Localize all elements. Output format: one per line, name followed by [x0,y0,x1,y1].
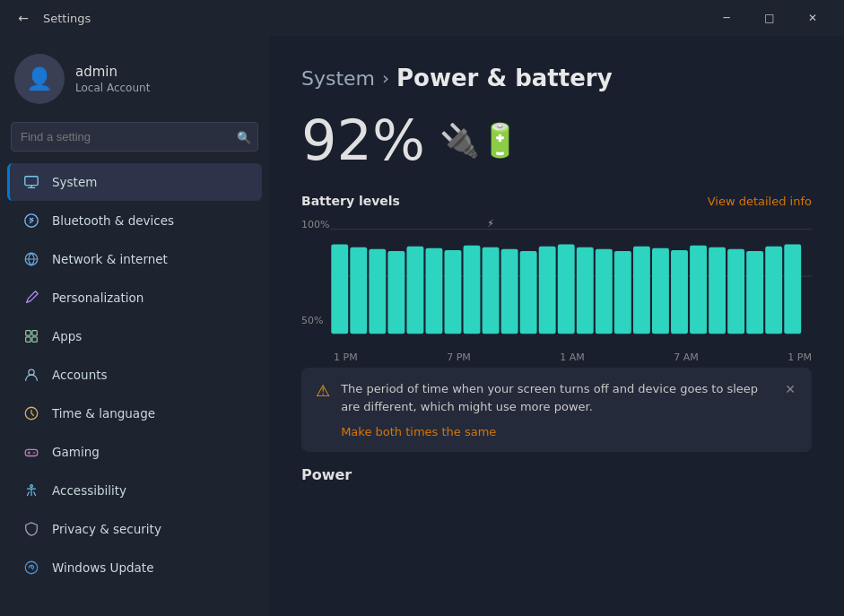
sidebar-item-accessibility[interactable]: Accessibility [7,472,262,509]
svg-rect-25 [520,251,537,334]
battery-icon: 🔌🔋 [439,122,520,160]
x-label: 7 PM [447,351,471,363]
search-icon: 🔍 [237,130,251,143]
breadcrumb-separator: › [382,67,389,89]
sidebar-label-network: Network & internet [52,252,168,266]
back-button[interactable]: ← [11,5,36,30]
svg-rect-18 [387,251,405,334]
sidebar-label-gaming: Gaming [52,445,100,459]
sidebar-item-update[interactable]: Windows Update [7,549,262,586]
close-icon: ✕ [808,12,817,24]
sidebar-label-time: Time & language [52,406,155,421]
titlebar: ← Settings ─ □ ✕ [0,0,844,36]
privacy-icon [22,519,41,539]
svg-rect-21 [445,250,462,334]
warning-link[interactable]: Make both times the same [341,425,496,438]
sidebar-item-accounts[interactable]: Accounts [7,356,262,394]
close-button[interactable]: ✕ [792,4,833,32]
apps-icon [22,326,41,346]
svg-rect-19 [406,247,423,334]
sidebar: 👤 admin Local Account 🔍 System Bluetooth… [0,36,269,616]
svg-rect-37 [746,251,763,334]
sidebar-label-update: Windows Update [52,560,153,575]
svg-rect-22 [464,246,481,334]
chart-header: Battery levels View detailed info [301,194,812,208]
sidebar-item-system[interactable]: System [7,163,262,201]
sidebar-label-accounts: Accounts [52,368,108,382]
warning-close-button[interactable]: ✕ [783,380,797,398]
warning-icon: ⚠ [316,381,330,400]
user-info: admin Local Account [75,64,150,94]
svg-rect-36 [727,249,744,334]
svg-rect-26 [539,247,556,334]
svg-rect-3 [26,331,30,335]
minimize-button[interactable]: ─ [706,4,747,32]
sidebar-item-personalization[interactable]: Personalization [7,279,262,317]
sidebar-item-network[interactable]: Network & internet [7,240,262,278]
svg-rect-27 [558,245,575,334]
sidebar-item-privacy[interactable]: Privacy & security [7,510,262,548]
personalization-icon [22,288,41,308]
sidebar-item-apps[interactable]: Apps [7,317,262,355]
power-section-title: Power [301,466,812,483]
gaming-icon [22,442,41,462]
svg-rect-32 [652,248,669,334]
breadcrumb: System › Power & battery [301,65,812,91]
bluetooth-icon [22,211,41,230]
minimize-icon: ─ [723,12,729,24]
svg-rect-6 [32,337,37,342]
chart-y-labels: 100% 50% [301,219,329,326]
system-icon [22,172,41,192]
sidebar-label-apps: Apps [52,329,82,343]
svg-rect-0 [25,177,38,186]
search-container: 🔍 [11,122,258,152]
svg-point-1 [25,214,38,227]
svg-rect-30 [614,251,631,334]
view-detailed-link[interactable]: View detailed info [708,195,812,208]
x-label: 7 AM [674,351,699,363]
window-controls: ─ □ ✕ [706,4,833,32]
update-icon [22,558,41,577]
time-icon [22,403,41,423]
warning-content: The period of time when your screen turn… [341,380,772,439]
warning-box: ⚠ The period of time when your screen tu… [301,368,812,452]
svg-rect-34 [690,246,707,334]
chart-x-labels: 1 PM7 PM1 AM7 AM1 PM [301,348,812,363]
back-icon: ← [18,11,29,25]
svg-rect-4 [32,331,37,335]
svg-rect-33 [671,250,688,334]
svg-rect-39 [784,245,801,334]
search-input[interactable] [11,122,258,152]
accessibility-icon [22,481,41,500]
breadcrumb-parent: System [301,67,375,90]
sidebar-item-gaming[interactable]: Gaming [7,433,262,471]
svg-rect-24 [501,249,518,334]
sidebar-label-accessibility: Accessibility [52,483,126,498]
sidebar-item-time[interactable]: Time & language [7,395,262,432]
app-title: Settings [43,12,706,25]
avatar-icon: 👤 [26,66,53,91]
chart-area: 100% 50% ⚡ 1 PM7 PM1 AM7 AM1 PM [301,219,812,353]
svg-rect-31 [633,247,650,334]
user-profile[interactable]: 👤 admin Local Account [0,36,269,118]
sidebar-item-bluetooth[interactable]: Bluetooth & devices [7,202,262,239]
main-content: System › Power & battery 92% 🔌🔋 Battery … [269,36,844,616]
svg-rect-35 [709,247,726,334]
maximize-button[interactable]: □ [749,4,790,32]
user-name: admin [75,64,150,80]
svg-rect-5 [26,337,30,342]
svg-rect-28 [577,247,594,334]
svg-rect-38 [765,247,782,334]
x-label: 1 AM [560,351,585,363]
svg-point-10 [30,485,33,488]
chart-title: Battery levels [301,194,400,208]
sidebar-label-bluetooth: Bluetooth & devices [52,213,174,228]
svg-rect-15 [331,245,348,334]
battery-chart-container: Battery levels View detailed info 100% 5… [301,194,812,353]
svg-rect-16 [350,247,367,334]
svg-rect-9 [25,449,38,455]
sidebar-label-system: System [52,175,97,189]
battery-display: 92% 🔌🔋 [301,113,812,169]
x-label: 1 PM [334,351,358,363]
maximize-icon: □ [764,12,774,24]
